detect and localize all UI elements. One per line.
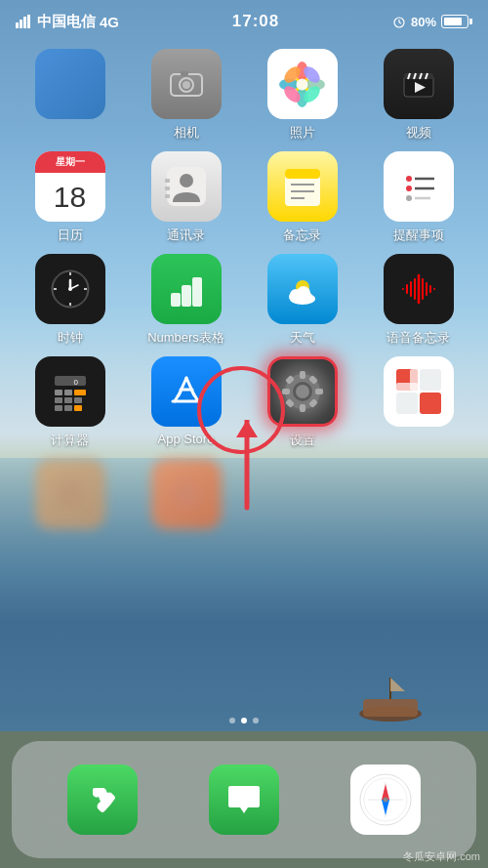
messages-icon-svg (224, 780, 264, 819)
app-numbers[interactable]: Numbers表格 (138, 254, 235, 347)
svg-rect-81 (64, 397, 72, 403)
svg-rect-106 (420, 393, 441, 414)
calculator-icon-svg: 0 (49, 370, 92, 413)
app-photos[interactable]: 照片 (254, 49, 351, 142)
dock-safari[interactable] (350, 765, 421, 835)
svg-rect-79 (74, 390, 86, 395)
weather-icon-svg (281, 268, 324, 310)
svg-rect-6 (23, 17, 26, 28)
battery-icon (441, 15, 472, 28)
carrier-text: 中国电信 (37, 13, 96, 31)
svg-rect-95 (282, 389, 290, 394)
app-contacts[interactable]: 通讯录 (138, 151, 235, 244)
svg-point-65 (290, 293, 315, 305)
svg-point-119 (384, 798, 388, 803)
voice-memos-icon-svg (397, 268, 440, 310)
svg-rect-34 (165, 186, 170, 190)
app-weather[interactable]: 天气 (254, 254, 351, 347)
svg-point-13 (183, 81, 190, 89)
svg-point-110 (173, 480, 200, 508)
app-blurred-1[interactable] (21, 459, 119, 534)
videos-label: 视频 (406, 124, 431, 142)
svg-rect-5 (20, 20, 22, 28)
page-dots (0, 718, 488, 723)
safari-icon-svg (358, 772, 413, 827)
svg-rect-82 (74, 397, 82, 403)
dock-phone[interactable] (67, 765, 138, 835)
svg-text:0: 0 (73, 378, 78, 387)
numbers-icon-svg (165, 268, 208, 310)
status-time: 17:08 (232, 12, 279, 31)
app-blurred-2[interactable] (138, 459, 235, 534)
clock-label: 时钟 (58, 329, 83, 347)
weather-label: 天气 (290, 329, 315, 347)
svg-rect-109 (57, 480, 84, 508)
battery-pct: 80% (411, 15, 436, 29)
svg-point-24 (297, 78, 308, 90)
svg-line-10 (399, 22, 401, 23)
contacts-icon-svg (165, 165, 208, 208)
reminders-icon-svg (397, 165, 440, 208)
status-bar: 中国电信 4G 17:08 80% (0, 0, 488, 43)
svg-rect-1 (363, 699, 418, 717)
dock (12, 741, 476, 858)
app-voice-memos[interactable]: 语音备忘录 (370, 254, 468, 347)
svg-rect-108 (396, 383, 418, 391)
svg-rect-58 (171, 293, 181, 307)
app-row-5 (12, 459, 476, 534)
svg-rect-83 (55, 405, 62, 411)
svg-rect-60 (192, 277, 202, 307)
page-dot-1 (229, 718, 235, 723)
svg-rect-4 (16, 22, 19, 28)
svg-point-102 (296, 385, 309, 398)
app-camera[interactable]: 相机 (138, 49, 235, 142)
svg-rect-93 (300, 371, 305, 379)
app-calculator[interactable]: 0 计算器 (21, 356, 119, 449)
settings-icon-svg (278, 367, 327, 416)
svg-rect-94 (300, 404, 305, 412)
app-calendar[interactable]: 星期一 18 日历 (21, 151, 119, 244)
camera-label: 相机 (174, 124, 199, 142)
photos-label: 照片 (290, 124, 315, 142)
app-row-2: 星期一 18 日历 通讯录 (12, 151, 476, 244)
app-reminders[interactable]: 提醒事项 (370, 151, 468, 244)
svg-rect-84 (64, 405, 72, 411)
svg-rect-14 (181, 71, 188, 76)
svg-rect-38 (285, 169, 320, 179)
network-text: 4G (100, 14, 119, 30)
boat-decoration (351, 670, 429, 723)
app-clock[interactable]: 时钟 (21, 254, 119, 347)
svg-rect-80 (55, 397, 62, 403)
svg-rect-85 (74, 405, 82, 411)
app-folder[interactable] (21, 49, 119, 142)
svg-point-47 (406, 195, 412, 201)
svg-rect-75 (55, 376, 86, 386)
reminders-label: 提醒事项 (393, 227, 444, 244)
svg-rect-78 (64, 390, 72, 395)
svg-rect-96 (315, 389, 323, 394)
videos-icon-svg (398, 63, 439, 104)
notes-icon-svg (281, 165, 324, 208)
calendar-label: 日历 (58, 227, 83, 244)
app-colorful[interactable] (370, 356, 468, 449)
status-indicators: 80% (392, 15, 472, 29)
colorful-icon-svg (394, 367, 443, 416)
svg-point-57 (68, 287, 72, 291)
phone-icon-svg (83, 780, 122, 819)
svg-rect-105 (396, 393, 418, 414)
page-dot-3 (253, 718, 259, 723)
app-videos[interactable]: 视频 (370, 49, 468, 142)
status-carrier: 中国电信 4G (16, 13, 119, 31)
signal-icon (16, 15, 33, 28)
alarm-icon (392, 15, 406, 28)
svg-marker-3 (390, 678, 405, 691)
calendar-day: 星期一 (56, 155, 85, 169)
svg-rect-42 (399, 167, 438, 206)
dock-messages[interactable] (209, 765, 279, 835)
app-empty-1 (254, 459, 351, 534)
app-notes[interactable]: 备忘录 (254, 151, 351, 244)
svg-rect-104 (420, 369, 441, 391)
svg-point-43 (406, 176, 412, 182)
app-row-1: 相机 照片 (12, 49, 476, 142)
page-dot-2 (241, 718, 247, 723)
